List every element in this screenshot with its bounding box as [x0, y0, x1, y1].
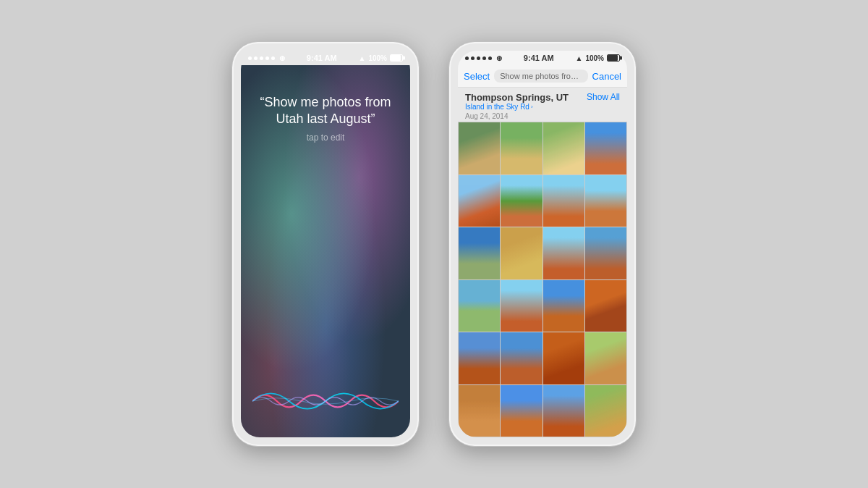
photo-cell[interactable] [543, 227, 584, 279]
right-location-arrow: ▲ [576, 54, 583, 62]
location-info: Thompson Springs, UT Island in the Sky R… [465, 92, 569, 120]
photo-cell[interactable] [585, 175, 626, 227]
photo-cell[interactable] [459, 280, 500, 332]
location-title: Thompson Springs, UT [465, 92, 569, 103]
photo-row-4 [459, 280, 626, 332]
wifi-icon: ⊛ [279, 54, 285, 62]
photo-cell[interactable] [501, 227, 542, 279]
left-time: 9:41 AM [307, 54, 337, 62]
right-status-bar: ⊛ 9:41 AM ▲ 100% [458, 51, 627, 65]
photo-grid [458, 122, 627, 437]
photo-row-5 [459, 332, 626, 384]
photos-toolbar: Select Show me photos from Utah last... … [458, 65, 627, 88]
right-time: 9:41 AM [524, 54, 554, 62]
siri-screen[interactable]: “Show me photos from Utah last August” t… [241, 65, 410, 437]
location-arrow: ▲ [359, 54, 366, 62]
photo-cell[interactable] [501, 122, 542, 174]
siri-waveform [252, 379, 399, 423]
photo-cell[interactable] [585, 385, 626, 437]
photo-row-2 [459, 175, 626, 227]
photo-row-1 [459, 122, 626, 174]
photo-cell[interactable] [459, 385, 500, 437]
signal-dot-5 [271, 56, 275, 60]
photo-cell[interactable] [459, 122, 500, 174]
location-arrow-icon: › [531, 104, 533, 110]
location-bar: Thompson Springs, UT Island in the Sky R… [458, 88, 627, 122]
left-status-bar: ⊛ 9:41 AM ▲ 100% [241, 51, 410, 65]
location-subtitle[interactable]: Island in the Sky Rd › [465, 103, 569, 111]
photo-cell[interactable] [543, 332, 584, 384]
signal-dot-4 [265, 56, 269, 60]
photo-row-6 [459, 385, 626, 437]
right-status-right: ▲ 100% [576, 54, 620, 62]
signal-dot-1 [248, 56, 252, 60]
battery-icon-right [607, 54, 620, 62]
battery-pct-right: 100% [585, 54, 604, 62]
photo-cell[interactable] [543, 175, 584, 227]
signal-dots: ⊛ [248, 54, 285, 62]
right-phone-inner: ⊛ 9:41 AM ▲ 100% Select Show me photos f… [458, 51, 627, 437]
photo-cell[interactable] [543, 385, 584, 437]
photo-row-3 [459, 227, 626, 279]
battery-fill-right [608, 55, 618, 61]
photo-cell[interactable] [585, 280, 626, 332]
right-wifi-icon: ⊛ [496, 54, 502, 62]
siri-tap-hint[interactable]: tap to edit [307, 132, 345, 143]
search-bar[interactable]: Show me photos from Utah last... [494, 70, 587, 83]
photo-cell[interactable] [459, 332, 500, 384]
right-phone: ⊛ 9:41 AM ▲ 100% Select Show me photos f… [448, 41, 637, 447]
battery-icon-left [390, 54, 403, 62]
photo-cell[interactable] [585, 122, 626, 174]
photo-cell[interactable] [459, 227, 500, 279]
location-date: Aug 24, 2014 [465, 112, 569, 120]
photo-cell[interactable] [585, 332, 626, 384]
left-phone-inner: ⊛ 9:41 AM ▲ 100% “Show me photos from Ut… [241, 51, 410, 437]
left-phone: ⊛ 9:41 AM ▲ 100% “Show me photos from Ut… [231, 41, 420, 447]
show-all-button[interactable]: Show All [587, 92, 620, 102]
photo-cell[interactable] [459, 175, 500, 227]
signal-dot-2 [254, 56, 258, 60]
select-button[interactable]: Select [464, 71, 490, 82]
siri-quote: “Show me photos from Utah last August” [252, 94, 399, 128]
signal-dot-3 [260, 56, 263, 60]
photo-cell[interactable] [543, 280, 584, 332]
photo-cell[interactable] [501, 332, 542, 384]
photo-cell[interactable] [501, 280, 542, 332]
photo-cell[interactable] [585, 227, 626, 279]
cancel-button[interactable]: Cancel [592, 71, 621, 82]
battery-pct-left: 100% [368, 54, 387, 62]
battery-fill-left [391, 55, 401, 61]
right-signal-dots: ⊛ [465, 54, 502, 62]
photo-cell[interactable] [501, 385, 542, 437]
photo-cell[interactable] [501, 175, 542, 227]
right-status: ▲ 100% [359, 54, 403, 62]
photo-cell[interactable] [543, 122, 584, 174]
